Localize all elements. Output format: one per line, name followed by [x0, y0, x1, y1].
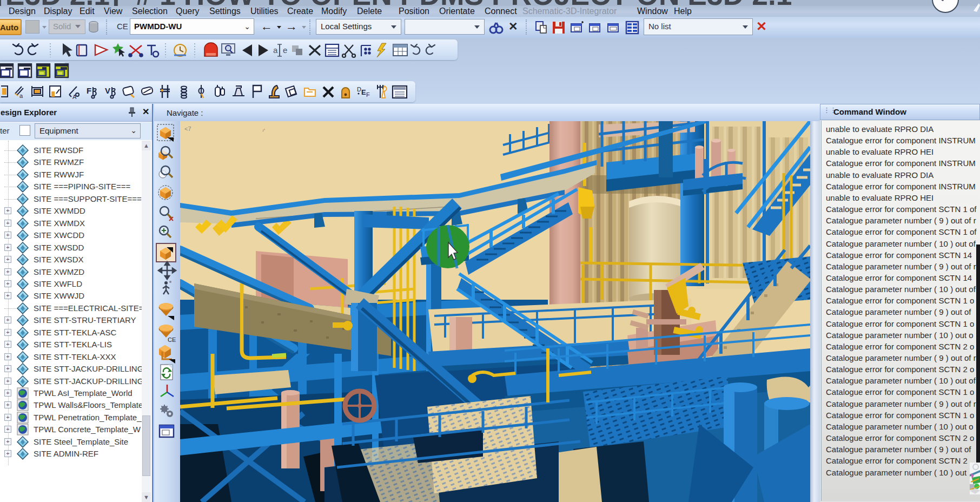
svg-text:F: F — [87, 86, 91, 95]
svg-text:ʴʻ: ʴʻ — [262, 128, 265, 134]
svg-text:CE: CE — [168, 336, 176, 343]
svg-text:e: e — [283, 45, 287, 55]
svg-text:a: a — [19, 93, 23, 99]
svg-text:A: A — [72, 94, 77, 100]
svg-text:E: E — [361, 88, 366, 96]
svg-text:V: V — [105, 86, 110, 95]
svg-text:<7: <7 — [184, 126, 191, 132]
svg-text:F: F — [366, 91, 370, 98]
svg-text:D: D — [357, 86, 361, 93]
svg-text:a: a — [273, 45, 278, 55]
